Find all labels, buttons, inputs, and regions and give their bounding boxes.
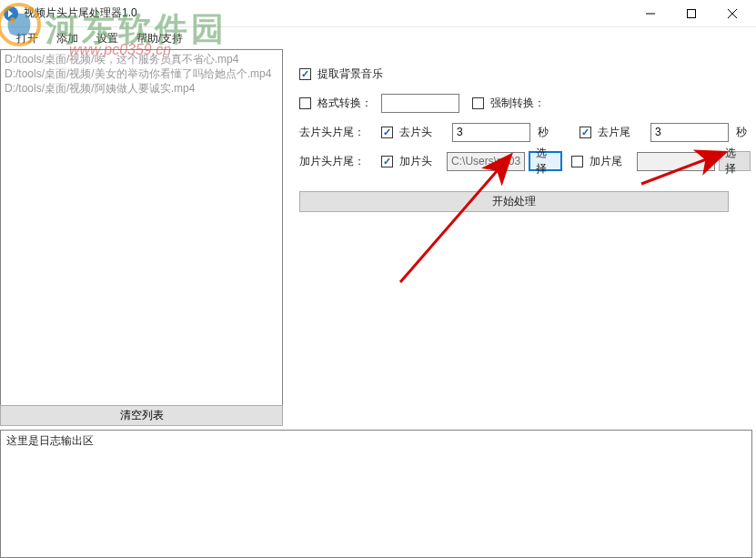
format-convert-checkbox[interactable]	[299, 97, 311, 109]
clear-list-button[interactable]: 清空列表	[0, 405, 283, 426]
extract-bgm-label: 提取背景音乐	[318, 66, 383, 82]
trim-head-checkbox[interactable]	[381, 127, 393, 138]
file-list-panel: D:/tools/桌面/视频/唉，这个服务员真不省心.mp4 D:/tools/…	[0, 49, 283, 426]
maximize-button[interactable]	[670, 0, 711, 27]
file-list[interactable]: D:/tools/桌面/视频/唉，这个服务员真不省心.mp4 D:/tools/…	[1, 50, 282, 406]
trim-section-label: 去片头片尾：	[299, 125, 365, 140]
menu-settings[interactable]: 设置	[91, 29, 124, 48]
add-section-label: 加片头片尾：	[299, 154, 365, 169]
trim-tail-input[interactable]	[650, 123, 729, 142]
close-button[interactable]	[711, 0, 752, 27]
start-process-button[interactable]: 开始处理	[299, 191, 729, 212]
add-tail-path	[637, 152, 715, 171]
force-convert-label: 强制转换：	[490, 96, 545, 111]
add-tail-label: 加片尾	[590, 154, 628, 169]
add-head-checkbox[interactable]	[381, 156, 393, 167]
trim-head-input[interactable]	[452, 123, 530, 142]
add-head-label: 加片头	[399, 154, 438, 169]
minimize-button[interactable]	[630, 0, 670, 27]
app-icon	[4, 6, 18, 21]
trim-tail-checkbox[interactable]	[580, 127, 591, 138]
menu-add[interactable]: 添加	[51, 29, 84, 48]
trim-head-label: 去片头	[399, 125, 443, 140]
menu-open[interactable]: 打开	[11, 29, 44, 48]
select-tail-button[interactable]: 选择	[719, 151, 751, 171]
titlebar: 视频片头片尾处理器1.0	[0, 0, 756, 27]
select-head-button[interactable]: 选择	[529, 151, 562, 171]
extract-bgm-checkbox[interactable]	[299, 68, 311, 80]
list-item[interactable]: D:/tools/桌面/视频/阿姨做人要诚实.mp4	[5, 81, 278, 96]
svg-rect-3	[687, 9, 695, 17]
list-item[interactable]: D:/tools/桌面/视频/唉，这个服务员真不省心.mp4	[5, 52, 278, 66]
list-item[interactable]: D:/tools/桌面/视频/美女的举动你看懂了吗给她点个.mp4	[5, 66, 278, 81]
format-input[interactable]	[381, 94, 459, 113]
log-placeholder: 这里是日志输出区	[6, 434, 94, 447]
log-output: 这里是日志输出区	[0, 430, 752, 558]
add-tail-checkbox[interactable]	[571, 156, 583, 167]
force-convert-checkbox[interactable]	[472, 97, 484, 109]
trim-tail-label: 去片尾	[598, 125, 641, 140]
menu-help[interactable]: 帮助/支持	[131, 29, 188, 48]
sec-label: 秒	[736, 125, 747, 140]
add-head-path	[447, 152, 525, 171]
options-panel: 提取背景音乐 格式转换： 强制转换： 去片头片尾： 去片头 秒 去片尾 秒 加片…	[283, 49, 756, 426]
sec-label: 秒	[538, 125, 549, 140]
menubar: 打开 添加 设置 帮助/支持	[0, 27, 756, 49]
format-convert-label: 格式转换：	[318, 96, 372, 111]
window-title: 视频片头片尾处理器1.0	[24, 5, 630, 21]
